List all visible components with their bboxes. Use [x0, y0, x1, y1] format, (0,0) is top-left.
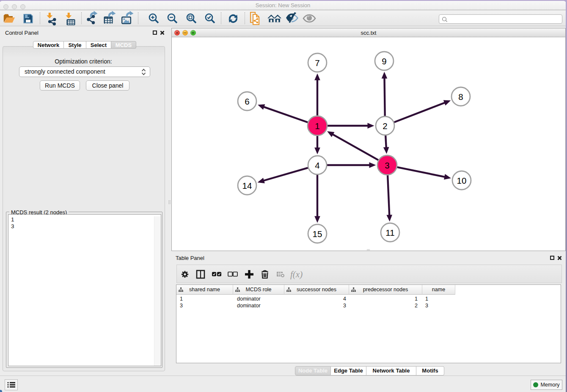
svg-text:8: 8 [458, 92, 463, 102]
svg-text:9: 9 [382, 56, 386, 66]
svg-text:11: 11 [385, 228, 394, 237]
svg-text:10: 10 [457, 176, 467, 185]
svg-text:f(x): f(x) [290, 269, 303, 279]
svg-text:2: 2 [383, 121, 387, 131]
svg-text:1: 1 [315, 121, 319, 131]
svg-text:6: 6 [245, 97, 249, 106]
svg-text:14: 14 [242, 181, 252, 190]
svg-text:7: 7 [315, 58, 319, 68]
svg-text:3: 3 [385, 160, 389, 170]
svg-text:4: 4 [315, 160, 319, 170]
svg-text:15: 15 [313, 229, 322, 239]
